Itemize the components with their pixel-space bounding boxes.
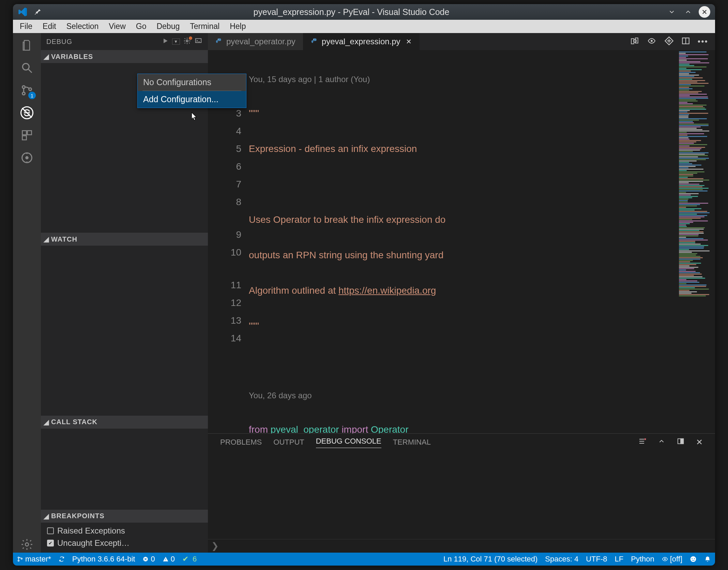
svg-rect-7 bbox=[22, 136, 27, 140]
codelens[interactable]: You, 15 days ago | 1 author (You) bbox=[249, 72, 677, 87]
menu-go[interactable]: Go bbox=[132, 20, 151, 32]
status-errors[interactable]: 0 bbox=[142, 555, 155, 564]
clear-console-icon[interactable] bbox=[638, 437, 646, 447]
status-lint[interactable]: ✔ 6 bbox=[182, 555, 197, 564]
panel-tab-problems[interactable]: PROBLEMS bbox=[220, 438, 262, 447]
status-bell-icon[interactable] bbox=[704, 556, 711, 563]
minimap[interactable]: /* decorative */ bbox=[677, 50, 715, 433]
close-button[interactable] bbox=[699, 6, 710, 18]
codelens[interactable]: You, 26 days ago bbox=[249, 388, 677, 403]
debug-config-dropdown: No Configurations Add Configuration... bbox=[137, 74, 246, 108]
variables-section-header[interactable]: ◢VARIABLES bbox=[41, 50, 208, 63]
menu-debug[interactable]: Debug bbox=[152, 20, 184, 32]
status-eol[interactable]: LF bbox=[615, 555, 624, 564]
window-title: pyeval_expression.py - PyEval - Visual S… bbox=[42, 7, 661, 17]
callstack-pane bbox=[41, 429, 208, 510]
start-debug-button[interactable] bbox=[162, 37, 169, 46]
tab-pyeval-operator[interactable]: pyeval_operator.py bbox=[208, 33, 303, 50]
debug-console-prompt[interactable]: ❯ bbox=[208, 539, 715, 553]
status-liveshare[interactable]: [off] bbox=[662, 555, 682, 564]
vscode-window: pyeval_expression.py - PyEval - Visual S… bbox=[13, 4, 715, 566]
debug-icon[interactable] bbox=[19, 105, 35, 121]
debug-sidebar-header: DEBUG ▼ bbox=[41, 33, 208, 50]
scm-badge: 1 bbox=[28, 92, 36, 99]
extensions-icon[interactable] bbox=[19, 127, 35, 143]
source-control-icon[interactable]: 1 bbox=[19, 82, 35, 98]
svg-point-1 bbox=[22, 86, 25, 89]
svg-point-27 bbox=[691, 556, 696, 562]
statusbar: master* Python 3.6.6 64-bit 0 0 ✔ 6 Ln 1… bbox=[13, 553, 715, 566]
svg-point-10 bbox=[25, 543, 29, 546]
status-feedback-icon[interactable] bbox=[690, 556, 697, 563]
menu-edit[interactable]: Edit bbox=[39, 20, 60, 32]
dropdown-no-configurations[interactable]: No Configurations bbox=[138, 74, 246, 91]
status-warnings[interactable]: 0 bbox=[163, 555, 175, 564]
toggle-visibility-icon[interactable] bbox=[647, 37, 657, 46]
svg-point-23 bbox=[18, 560, 19, 561]
panel-tab-debug-console[interactable]: DEBUG CONSOLE bbox=[316, 437, 381, 448]
gitlens-icon[interactable] bbox=[19, 150, 35, 166]
workbench-body: 1 DEBUG ▼ ◢VARIABLES ◢WATCH ◢CALL STACK … bbox=[13, 33, 715, 553]
pin-icon[interactable] bbox=[34, 8, 42, 16]
svg-point-28 bbox=[692, 558, 693, 559]
checkbox-checked-icon[interactable]: ✔ bbox=[47, 540, 54, 546]
config-dropdown-toggle[interactable]: ▼ bbox=[172, 38, 180, 45]
more-actions-icon[interactable]: ••• bbox=[698, 37, 708, 46]
panel-tab-terminal[interactable]: TERMINAL bbox=[393, 438, 431, 447]
svg-point-29 bbox=[694, 558, 695, 559]
status-cursor[interactable]: Ln 119, Col 71 (70 selected) bbox=[443, 555, 537, 564]
titlebar: pyeval_expression.py - PyEval - Visual S… bbox=[13, 4, 715, 20]
compare-icon[interactable] bbox=[630, 36, 639, 47]
svg-rect-6 bbox=[28, 131, 32, 135]
status-python[interactable]: Python 3.6.6 64-bit bbox=[72, 555, 135, 564]
status-sync[interactable] bbox=[59, 556, 65, 562]
checkbox-unchecked-icon[interactable] bbox=[47, 527, 54, 534]
breakpoint-uncaught-exceptions[interactable]: ✔Uncaught Excepti… bbox=[41, 537, 208, 549]
panel-close-icon[interactable]: ✕ bbox=[696, 437, 703, 447]
editor[interactable]: 12345678 910 11121314 You, 15 days ago |… bbox=[208, 50, 715, 433]
split-editor-icon[interactable] bbox=[681, 36, 690, 47]
svg-point-13 bbox=[218, 39, 218, 40]
settings-gear-icon[interactable] bbox=[19, 536, 35, 553]
activitybar: 1 bbox=[13, 33, 41, 553]
panel-collapse-icon[interactable] bbox=[658, 437, 665, 447]
panel-tab-output[interactable]: OUTPUT bbox=[273, 438, 304, 447]
status-branch[interactable]: master* bbox=[17, 555, 51, 564]
breakpoint-raised-exceptions[interactable]: Raised Exceptions bbox=[41, 525, 208, 537]
svg-rect-21 bbox=[681, 439, 683, 444]
maximize-button[interactable] bbox=[682, 6, 694, 18]
tab-pyeval-expression[interactable]: pyeval_expression.py ✕ bbox=[303, 33, 420, 50]
diff-icon[interactable] bbox=[664, 36, 674, 47]
menu-help[interactable]: Help bbox=[226, 20, 250, 32]
debug-console-icon[interactable] bbox=[194, 37, 202, 46]
debug-settings-icon[interactable] bbox=[183, 37, 191, 46]
search-icon[interactable] bbox=[19, 60, 35, 76]
watch-section-header[interactable]: ◢WATCH bbox=[41, 233, 208, 246]
status-encoding[interactable]: UTF-8 bbox=[586, 555, 607, 564]
chevron-down-icon: ◢ bbox=[44, 52, 49, 61]
menu-view[interactable]: View bbox=[105, 20, 130, 32]
callstack-section-header[interactable]: ◢CALL STACK bbox=[41, 416, 208, 429]
breakpoints-pane: Raised Exceptions ✔Uncaught Excepti… bbox=[41, 523, 208, 553]
menu-file[interactable]: File bbox=[16, 20, 36, 32]
chevron-down-icon: ◢ bbox=[44, 512, 49, 520]
editor-tabs: pyeval_operator.py pyeval_expression.py … bbox=[208, 33, 715, 50]
menu-terminal[interactable]: Terminal bbox=[186, 20, 224, 32]
panel-maximize-icon[interactable] bbox=[677, 437, 684, 447]
debug-console-content[interactable] bbox=[208, 451, 715, 539]
status-spaces[interactable]: Spaces: 4 bbox=[545, 555, 578, 564]
breakpoints-section-header[interactable]: ◢BREAKPOINTS bbox=[41, 510, 208, 523]
bottom-panel: PROBLEMS OUTPUT DEBUG CONSOLE TERMINAL ✕… bbox=[208, 433, 715, 553]
explorer-icon[interactable] bbox=[19, 37, 35, 53]
svg-rect-5 bbox=[22, 131, 27, 135]
svg-point-22 bbox=[18, 557, 19, 558]
status-language[interactable]: Python bbox=[631, 555, 654, 564]
dropdown-add-configuration[interactable]: Add Configuration... bbox=[138, 91, 246, 108]
svg-point-14 bbox=[313, 39, 314, 40]
close-tab-icon[interactable]: ✕ bbox=[406, 37, 412, 46]
code-content[interactable]: You, 15 days ago | 1 author (You) """ Ex… bbox=[249, 50, 677, 433]
minimize-button[interactable] bbox=[666, 6, 678, 18]
menu-selection[interactable]: Selection bbox=[62, 20, 103, 32]
watch-pane bbox=[41, 246, 208, 415]
chevron-down-icon: ◢ bbox=[44, 418, 49, 426]
